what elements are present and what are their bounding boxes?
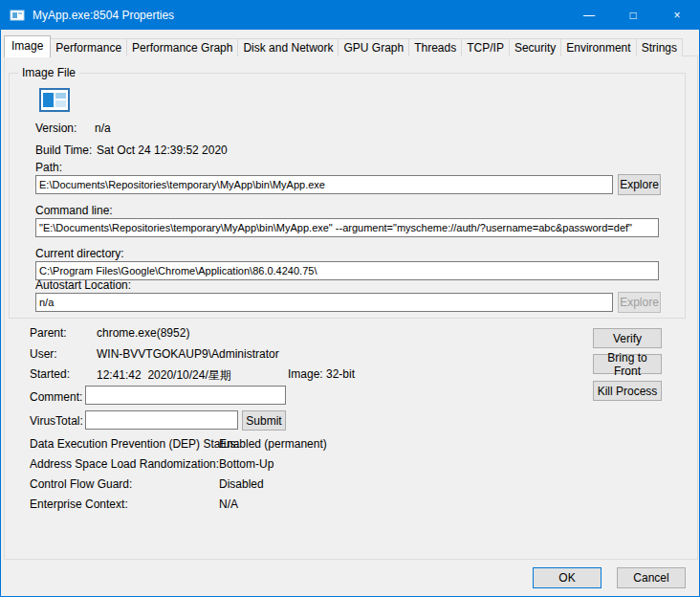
tab-threads[interactable]: Threads bbox=[408, 38, 462, 56]
build-time-value: Sat Oct 24 12:39:52 2020 bbox=[97, 144, 228, 157]
app-icon bbox=[37, 83, 72, 121]
tab-environment[interactable]: Environment bbox=[560, 38, 636, 56]
titlebar[interactable]: MyApp.exe:8504 Properties — □ × bbox=[1, 1, 699, 30]
submit-button[interactable]: Submit bbox=[242, 410, 286, 431]
maximize-icon[interactable]: □ bbox=[611, 1, 655, 30]
close-icon[interactable]: × bbox=[655, 1, 699, 30]
path-input[interactable] bbox=[35, 175, 613, 194]
version-label: Version: bbox=[35, 122, 77, 135]
ok-button[interactable]: OK bbox=[533, 567, 602, 588]
parent-label: Parent: bbox=[30, 326, 67, 340]
window-controls: — □ × bbox=[567, 1, 699, 30]
virustotal-label: VirusTotal: bbox=[30, 414, 83, 428]
window-title: MyApp.exe:8504 Properties bbox=[33, 9, 174, 22]
image-file-group-label: Image File bbox=[18, 66, 79, 79]
comment-input[interactable] bbox=[85, 386, 286, 405]
tab-image[interactable]: Image bbox=[4, 35, 51, 57]
virustotal-input[interactable] bbox=[85, 410, 238, 430]
cfg-value: Disabled bbox=[219, 477, 264, 491]
explore-autostart-button: Explore bbox=[618, 292, 661, 313]
aslr-value: Bottom-Up bbox=[219, 457, 273, 471]
tab-gpu-graph[interactable]: GPU Graph bbox=[338, 38, 409, 56]
started-value: 12:41:42 2020/10/24/星期 bbox=[97, 367, 231, 384]
verify-button[interactable]: Verify bbox=[593, 328, 662, 348]
explore-path-button[interactable]: Explore bbox=[618, 174, 661, 195]
autostart-location-input[interactable] bbox=[35, 293, 613, 312]
user-value: WIN-BVVTGOKAUP9\Administrator bbox=[97, 347, 279, 361]
aslr-label: Address Space Load Randomization: bbox=[30, 457, 219, 471]
tab-strings[interactable]: Strings bbox=[636, 38, 683, 56]
build-time-label: Build Time: bbox=[35, 144, 92, 157]
path-label: Path: bbox=[35, 161, 62, 174]
dep-label: Data Execution Prevention (DEP) Status: bbox=[30, 437, 239, 451]
bring-to-front-button[interactable]: Bring to Front bbox=[593, 354, 662, 374]
minimize-icon[interactable]: — bbox=[567, 1, 611, 30]
enterprise-context-value: N/A bbox=[219, 498, 238, 511]
autostart-location-label: Autostart Location: bbox=[35, 278, 131, 292]
tab-performance-graph[interactable]: Performance Graph bbox=[126, 38, 238, 56]
cancel-button[interactable]: Cancel bbox=[617, 567, 686, 588]
dep-value: Enabled (permanent) bbox=[219, 437, 327, 451]
current-directory-label: Current directory: bbox=[35, 247, 124, 260]
enterprise-context-label: Enterprise Context: bbox=[30, 498, 128, 511]
command-line-label: Command line: bbox=[35, 204, 113, 217]
tab-tcpip[interactable]: TCP/IP bbox=[461, 38, 510, 56]
tab-disk-and-network[interactable]: Disk and Network bbox=[237, 38, 339, 56]
current-directory-input[interactable] bbox=[35, 261, 659, 280]
kill-process-button[interactable]: Kill Process bbox=[593, 381, 662, 401]
parent-value: chrome.exe(8952) bbox=[97, 326, 189, 340]
tab-performance[interactable]: Performance bbox=[50, 38, 127, 56]
tab-strip: Image Performance Performance Graph Disk… bbox=[4, 35, 683, 56]
image-arch-label: Image: bbox=[288, 367, 323, 381]
image-arch-value: 32-bit bbox=[326, 367, 355, 381]
window-icon bbox=[10, 8, 25, 23]
version-value: n/a bbox=[95, 122, 111, 135]
properties-window: MyApp.exe:8504 Properties — □ × Image Pe… bbox=[0, 0, 700, 597]
comment-label: Comment: bbox=[30, 390, 82, 404]
started-label: Started: bbox=[30, 367, 70, 381]
user-label: User: bbox=[30, 347, 57, 361]
command-line-input[interactable] bbox=[35, 218, 659, 237]
cfg-label: Control Flow Guard: bbox=[30, 477, 132, 491]
tab-security[interactable]: Security bbox=[509, 38, 561, 56]
